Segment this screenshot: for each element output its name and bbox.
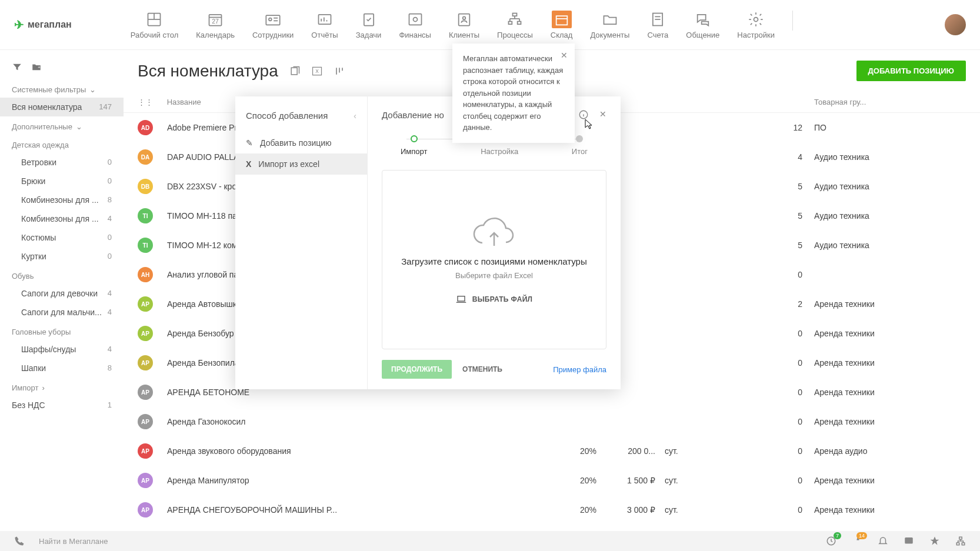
star-icon[interactable]: [929, 536, 940, 546]
sidebar-item[interactable]: Брюки0: [0, 172, 124, 191]
nav-chat[interactable]: Общение: [686, 11, 719, 39]
sb-all-nomenclature[interactable]: Вся номенклатура147: [0, 98, 124, 116]
sb-hats[interactable]: Головные уборы: [0, 322, 124, 340]
svg-point-31: [754, 17, 758, 21]
close-icon[interactable]: ✕: [599, 109, 606, 120]
sb-shoes[interactable]: Обувь: [0, 266, 124, 284]
table-row[interactable]: АP20%700 ₽сут.0Аренда техники: [124, 525, 980, 531]
nav-documents[interactable]: Документы: [590, 11, 629, 39]
columns-icon[interactable]: [334, 65, 345, 77]
tooltip-close-icon[interactable]: ✕: [561, 49, 568, 62]
sidebar: + Системные фильтры⌄ Вся номенклатура147…: [0, 50, 124, 531]
duplicate-icon[interactable]: [289, 65, 301, 77]
option-import-excel[interactable]: X Импорт из excel: [235, 153, 367, 175]
receipt-icon: [648, 11, 668, 28]
laptop-icon: [456, 295, 466, 303]
sidebar-item[interactable]: Шарфы/снуды4: [0, 340, 124, 359]
table-row[interactable]: АPАренда Манипулятор20%1 500 ₽сут.0Аренд…: [124, 466, 980, 495]
info-icon[interactable]: [578, 109, 589, 120]
sidebar-item[interactable]: Сапоги для мальчи...4: [0, 303, 124, 322]
nav-desktop[interactable]: Рабочий стол: [131, 11, 179, 39]
nav: Рабочий стол 27Календарь Сотрудники Отчё…: [131, 11, 945, 39]
nav-separator: [792, 11, 793, 31]
nav-settings[interactable]: Настройки: [737, 11, 775, 39]
flowchart-icon: [505, 11, 525, 28]
cancel-button[interactable]: ОТМЕНИТЬ: [462, 365, 502, 373]
sidebar-item[interactable]: Комбинезоны для ...4: [0, 209, 124, 228]
nav-finance[interactable]: Финансы: [399, 11, 431, 39]
step-import: Импорт: [401, 135, 427, 156]
table-row[interactable]: АPАренда звукового оборудования20%200 0.…: [124, 436, 980, 466]
drag-handle-icon[interactable]: ⋮⋮: [138, 98, 153, 106]
clock-notifications[interactable]: 7: [826, 536, 836, 546]
modal-sidebar: Способ добавления ‹ ✎ Добавить позицию X…: [235, 96, 368, 389]
logo-icon: ✈: [14, 18, 24, 32]
safe-icon: [405, 11, 425, 28]
cloud-upload-icon: [471, 216, 518, 252]
sb-additional[interactable]: Дополнительные⌄: [0, 116, 124, 135]
svg-rect-21: [518, 21, 521, 24]
sb-no-vat[interactable]: Без НДС1: [0, 396, 124, 415]
message-icon[interactable]: [904, 536, 914, 546]
nav-employees[interactable]: Сотрудники: [252, 11, 294, 39]
nav-processes[interactable]: Процессы: [497, 11, 533, 39]
sidebar-item[interactable]: Костюмы0: [0, 228, 124, 247]
choose-file-button[interactable]: ВЫБРАТЬ ФАЙЛ: [456, 295, 533, 303]
nav-warehouse[interactable]: Склад: [551, 11, 573, 39]
table-row[interactable]: АPАренда Газонокосил0Аренда техники: [124, 407, 980, 436]
nav-clients[interactable]: Клиенты: [449, 11, 479, 39]
page-title: Вся номенклатура: [138, 62, 278, 81]
tooltip-text: Мегаплан автоматически распознает таблиц…: [463, 54, 563, 132]
table-row[interactable]: АPАРЕНДА СНЕГОУБОРОЧНОЙ МАШИНЫ Р...20%3 …: [124, 495, 980, 525]
sb-kids-clothes[interactable]: Детская одежда: [0, 135, 124, 153]
nav-tasks[interactable]: Задачи: [356, 11, 382, 39]
svg-text:27: 27: [212, 18, 219, 25]
option-add-position[interactable]: ✎ Добавить позицию: [235, 132, 367, 153]
svg-rect-47: [959, 537, 962, 539]
sidebar-item[interactable]: Комбинезоны для ...8: [0, 191, 124, 209]
bottom-bar: Найти в Мегаплане 7 14: [0, 531, 980, 551]
chevron-left-icon[interactable]: ‹: [354, 111, 356, 121]
sidebar-item[interactable]: Ветровки0: [0, 153, 124, 172]
clipboard-check-icon: [359, 11, 379, 28]
col-group-header[interactable]: Товарная гру...: [802, 98, 966, 106]
sb-import[interactable]: Импорт›: [0, 378, 124, 396]
chart-bar-icon: [315, 11, 335, 28]
modal-title: Добавление но: [382, 110, 444, 120]
user-avatar[interactable]: [945, 14, 966, 35]
svg-rect-26: [556, 16, 567, 25]
sidebar-item[interactable]: Куртки0: [0, 247, 124, 266]
bell-icon[interactable]: [878, 536, 888, 546]
continue-button[interactable]: ПРОДОЛЖИТЬ: [382, 360, 452, 379]
add-folder-icon[interactable]: +: [31, 62, 42, 72]
phone-icon[interactable]: [14, 536, 25, 546]
add-position-button[interactable]: ДОБАВИТЬ ПОЗИЦИЮ: [856, 61, 966, 81]
upload-dropzone[interactable]: Загрузите список с позициями номенклатур…: [382, 170, 606, 349]
sitemap-icon[interactable]: [955, 536, 966, 546]
filter-icon[interactable]: [12, 62, 22, 72]
svg-text:X: X: [315, 68, 319, 74]
fire-notifications[interactable]: 14: [852, 536, 862, 546]
pencil-icon: ✎: [246, 138, 253, 148]
sample-file-link[interactable]: Пример файла: [553, 365, 606, 374]
global-search[interactable]: Найти в Мегаплане: [39, 537, 392, 546]
sb-system-filters[interactable]: Системные фильтры⌄: [0, 79, 124, 98]
excel-icon[interactable]: X: [311, 65, 323, 77]
logo-text: мегаплан: [28, 19, 72, 30]
sidebar-item[interactable]: Сапоги для девочки4: [0, 284, 124, 303]
nav-invoices[interactable]: Счета: [647, 11, 668, 39]
logo[interactable]: ✈ мегаплан: [14, 18, 72, 32]
svg-rect-46: [905, 537, 913, 544]
chevron-right-icon: ›: [42, 383, 44, 392]
id-card-icon: [263, 11, 283, 28]
chevron-down-icon: ⌄: [89, 85, 96, 94]
upload-title: Загрузите список с позициями номенклатур…: [401, 256, 586, 266]
col-name-header[interactable]: Название: [167, 98, 201, 106]
nav-reports[interactable]: Отчёты: [311, 11, 338, 39]
chevron-down-icon: ⌄: [76, 122, 82, 131]
svg-rect-43: [458, 296, 465, 300]
nav-calendar[interactable]: 27Календарь: [196, 11, 235, 39]
svg-point-16: [413, 17, 417, 21]
modal-footer: ПРОДОЛЖИТЬ ОТМЕНИТЬ Пример файла: [382, 349, 606, 379]
sidebar-item[interactable]: Шапки8: [0, 359, 124, 378]
